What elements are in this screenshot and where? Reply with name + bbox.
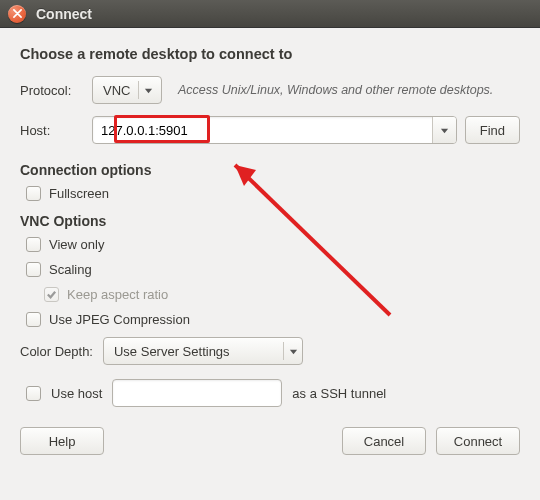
host-combo[interactable] [92,116,457,144]
ssh-label: Use host [51,386,102,401]
titlebar: Connect [0,0,540,28]
ssh-host-input[interactable] [112,379,282,407]
ssh-checkbox[interactable] [26,386,41,401]
svg-marker-0 [145,88,152,93]
protocol-value: VNC [103,83,130,98]
scaling-checkbox[interactable] [26,262,41,277]
protocol-label: Protocol: [20,83,92,98]
view-only-checkbox[interactable] [26,237,41,252]
chevron-down-icon [144,86,153,95]
svg-marker-1 [441,128,448,133]
keep-aspect-label: Keep aspect ratio [67,287,168,302]
close-icon [13,6,22,21]
protocol-hint: Access Unix/Linux, Windows and other rem… [178,83,493,97]
window-title: Connect [36,6,92,22]
jpeg-row: Use JPEG Compression [26,312,520,327]
view-only-row: View only [26,237,520,252]
chevron-down-icon [289,347,298,356]
fullscreen-label: Fullscreen [49,186,109,201]
color-depth-row: Color Depth: Use Server Settings [20,337,520,365]
host-row: Host: Find [20,116,520,144]
ssh-suffix: as a SSH tunnel [292,386,386,401]
host-label: Host: [20,123,92,138]
fullscreen-checkbox[interactable] [26,186,41,201]
jpeg-checkbox[interactable] [26,312,41,327]
protocol-row: Protocol: VNC Access Unix/Linux, Windows… [20,76,520,104]
host-input[interactable] [93,117,432,143]
host-dropdown-button[interactable] [432,117,456,143]
cancel-button[interactable]: Cancel [342,427,426,455]
scaling-label: Scaling [49,262,92,277]
color-depth-combo[interactable]: Use Server Settings [103,337,303,365]
dialog-footer: Help Cancel Connect [20,427,520,455]
keep-aspect-checkbox [44,287,59,302]
color-depth-value: Use Server Settings [114,344,275,359]
page-heading: Choose a remote desktop to connect to [20,46,520,62]
color-depth-label: Color Depth: [20,344,93,359]
keep-aspect-row: Keep aspect ratio [44,287,520,302]
find-button[interactable]: Find [465,116,520,144]
vnc-options-heading: VNC Options [20,213,520,229]
chevron-down-icon [440,123,449,138]
jpeg-label: Use JPEG Compression [49,312,190,327]
svg-marker-2 [290,349,297,354]
help-button[interactable]: Help [20,427,104,455]
separator [283,342,284,360]
ssh-row: Use host as a SSH tunnel [20,379,520,407]
scaling-row: Scaling [26,262,520,277]
separator [138,81,139,99]
connect-button[interactable]: Connect [436,427,520,455]
connection-options-heading: Connection options [20,162,520,178]
close-button[interactable] [8,5,26,23]
view-only-label: View only [49,237,104,252]
protocol-combo[interactable]: VNC [92,76,162,104]
fullscreen-row: Fullscreen [26,186,520,201]
